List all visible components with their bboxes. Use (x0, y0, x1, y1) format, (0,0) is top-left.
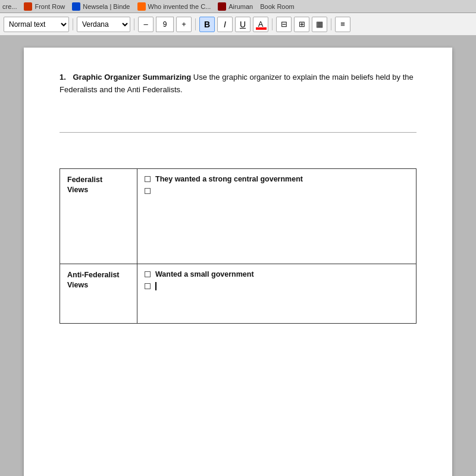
tab-airuman[interactable]: Airuman (218, 2, 253, 11)
tab-newsela-label: Newsela | Binde (83, 3, 130, 10)
section-divider (60, 132, 416, 133)
italic-button[interactable]: I (217, 17, 233, 32)
content-area: 1. Graphic Organizer Summarizing Use the… (0, 36, 476, 476)
align-button[interactable]: ≡ (335, 17, 350, 32)
font-size-display: 9 (156, 17, 174, 32)
toolbar-divider-3 (195, 18, 196, 30)
toolbar-divider-2 (134, 18, 134, 30)
federalist-content-cell[interactable]: They wanted a strong central government (137, 168, 416, 264)
federalist-label-cell: FederalistViews (60, 168, 137, 264)
question-title: Graphic Organizer Summarizing (73, 73, 191, 82)
anti-federalist-content-cell[interactable]: Wanted a small government (137, 264, 416, 323)
anti-federalist-label: Anti-FederalistViews (67, 271, 120, 290)
tab-bar: cre... Front Row Newsela | Binde Who inv… (0, 0, 476, 13)
decrease-font-button[interactable]: – (138, 17, 154, 32)
anti-federalist-bullet-1: Wanted a small government (145, 270, 409, 278)
increase-font-button[interactable]: + (176, 17, 192, 32)
link-icon: ⊟ (281, 20, 287, 29)
color-indicator (256, 27, 267, 30)
anti-federalist-bullet-text-1: Wanted a small government (155, 270, 254, 278)
federalist-label: FederalistViews (67, 176, 102, 195)
toolbar: Normal text Verdana – 9 + B I U A ⊟ ⊞ ▦ … (0, 13, 476, 36)
align-icon: ≡ (340, 20, 345, 29)
font-size-value: 9 (163, 20, 167, 29)
tab-frontrow[interactable]: Front Row (24, 2, 65, 11)
image-button[interactable]: ⊞ (294, 17, 309, 32)
tab-bookroom-label: Book Room (260, 3, 294, 10)
question-container: 1. Graphic Organizer Summarizing Use the… (60, 71, 416, 96)
tab-airuman-favicon (218, 2, 226, 11)
text-cursor (155, 282, 156, 290)
font-select[interactable]: Verdana (77, 17, 130, 32)
tab-bookroom[interactable]: Book Room (260, 3, 294, 10)
anti-federalist-bullet-square-1 (145, 271, 151, 277)
tab-invented-label: Who invented the C... (148, 3, 211, 10)
table-button[interactable]: ▦ (312, 17, 327, 32)
font-color-button[interactable]: A (253, 17, 268, 32)
federalist-row: FederalistViews They wanted a strong cen… (60, 168, 416, 264)
anti-federalist-bullet-square-2 (145, 283, 151, 289)
link-button[interactable]: ⊟ (276, 17, 292, 32)
tab-frontrow-label: Front Row (35, 3, 65, 10)
anti-federalist-bullet-2 (145, 282, 409, 291)
tab-frontrow-favicon (24, 2, 32, 11)
tab-cre-label: cre... (2, 3, 17, 10)
federalist-bullet-1: They wanted a strong central government (145, 175, 409, 183)
underline-button[interactable]: U (235, 17, 250, 32)
federalist-bullet-square-1 (145, 176, 151, 182)
federalist-bullet-text-1: They wanted a strong central government (155, 175, 303, 183)
organizer-table: FederalistViews They wanted a strong cen… (60, 168, 416, 324)
toolbar-divider-1 (73, 18, 73, 30)
document: 1. Graphic Organizer Summarizing Use the… (24, 48, 452, 476)
toolbar-divider-4 (272, 18, 273, 30)
tab-invented-favicon (137, 2, 146, 11)
anti-federalist-label-cell: Anti-FederalistViews (60, 264, 137, 323)
tab-newsela[interactable]: Newsela | Binde (72, 2, 130, 11)
bold-button[interactable]: B (199, 17, 215, 32)
tab-invented[interactable]: Who invented the C... (137, 2, 211, 11)
anti-federalist-bullet-text-2 (155, 282, 156, 291)
table-icon: ▦ (316, 20, 323, 29)
federalist-bullet-2 (145, 187, 409, 194)
tab-airuman-label: Airuman (228, 3, 253, 10)
style-select[interactable]: Normal text (4, 17, 69, 32)
anti-federalist-row: Anti-FederalistViews Wanted a small gove… (60, 264, 416, 323)
question-number: 1. (60, 73, 66, 82)
image-icon: ⊞ (299, 20, 305, 29)
tab-newsela-favicon (72, 2, 80, 11)
federalist-bullet-square-2 (145, 188, 151, 194)
toolbar-divider-5 (331, 18, 331, 30)
tab-cre[interactable]: cre... (2, 3, 17, 10)
